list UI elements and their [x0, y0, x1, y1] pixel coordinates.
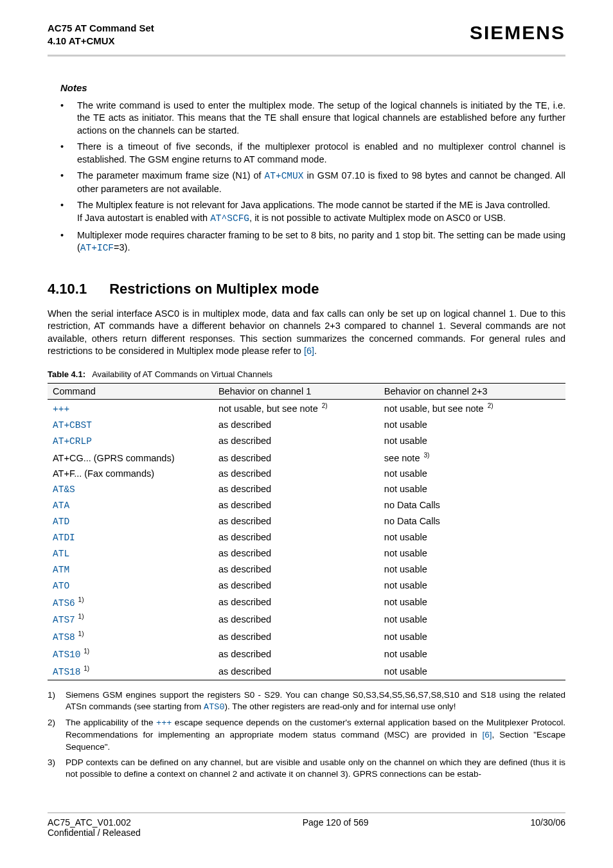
header-title-block: AC75 AT Command Set 4.10 AT+CMUX: [48, 22, 154, 48]
cell-command: AT&S: [48, 481, 213, 497]
section-heading: 4.10.1 Restrictions on Multiplex mode: [48, 281, 565, 297]
cell-channel1: not usable, but see note 2): [213, 399, 379, 416]
table-row: ATDas describedno Data Calls: [48, 513, 565, 529]
table-row: AT+CRLPas describednot usable: [48, 433, 565, 449]
table-row: +++not usable, but see note 2)not usable…: [48, 399, 565, 416]
cell-channel23: not usable: [379, 562, 565, 578]
col-header-command: Command: [48, 383, 213, 399]
table-row: ATDIas describednot usable: [48, 529, 565, 545]
footnote-item: 1)Siemens GSM engines support the regist…: [48, 689, 565, 713]
cell-channel23: not usable: [379, 466, 565, 481]
cell-command: +++: [48, 399, 213, 416]
footnote-item: 2)The applicability of the +++ escape se…: [48, 717, 565, 753]
footer-divider: [48, 812, 565, 813]
cell-channel23: not usable: [379, 578, 565, 594]
footnote-number: 1): [48, 689, 55, 701]
table-row: ATS6 1)as describednot usable: [48, 594, 565, 611]
cell-channel23: no Data Calls: [379, 513, 565, 529]
note-item: Multiplexer mode requires character fram…: [48, 229, 565, 255]
col-header-channel23: Behavior on channel 2+3: [379, 383, 565, 399]
table-row: ATOas describednot usable: [48, 578, 565, 594]
note-item: The parameter maximum frame size (N1) of…: [48, 170, 565, 195]
footnote-item: 3)PDP contexts can be defined on any cha…: [48, 757, 565, 780]
cell-channel1: as described: [213, 562, 379, 578]
cell-command: ATS8 1): [48, 628, 213, 645]
cell-channel23: see note 3): [379, 449, 565, 466]
cell-channel23: not usable, but see note 2): [379, 399, 565, 416]
footnotes-list: 1)Siemens GSM engines support the regist…: [48, 689, 565, 781]
cell-command: AT+CG... (GPRS commands): [48, 449, 213, 466]
note-item: There is a timeout of five seconds, if t…: [48, 141, 565, 166]
cell-channel23: not usable: [379, 662, 565, 680]
cell-command: AT+CRLP: [48, 433, 213, 449]
cell-channel1: as described: [213, 594, 379, 611]
cell-channel1: as described: [213, 628, 379, 645]
cell-command: AT+CBST: [48, 417, 213, 433]
note-item: The Multiplex feature is not relevant fo…: [48, 199, 565, 225]
cell-command: ATM: [48, 562, 213, 578]
cell-channel23: not usable: [379, 594, 565, 611]
table-caption-label: Table 4.1:: [48, 369, 85, 379]
col-header-channel1: Behavior on channel 1: [213, 383, 379, 399]
footnote-number: 3): [48, 757, 55, 768]
table-row: ATS18 1)as describednot usable: [48, 662, 565, 680]
cell-channel1: as described: [213, 513, 379, 529]
footnote-number: 2): [48, 717, 55, 729]
cell-command: ATS7 1): [48, 610, 213, 628]
cell-channel1: as described: [213, 481, 379, 497]
cell-channel1: as described: [213, 433, 379, 449]
cell-channel1: as described: [213, 417, 379, 433]
footer-page-number: Page 120 of 569: [141, 817, 531, 838]
section-number: 4.10.1: [48, 281, 105, 297]
cell-command: ATS10 1): [48, 645, 213, 662]
cell-command: ATS18 1): [48, 662, 213, 680]
cell-channel23: not usable: [379, 545, 565, 562]
cell-channel1: as described: [213, 578, 379, 594]
table-row: AT+CBSTas describednot usable: [48, 417, 565, 433]
cell-channel1: as described: [213, 545, 379, 562]
cell-channel23: not usable: [379, 529, 565, 545]
brand-logo: SIEMENS: [470, 22, 565, 44]
table-row: AT&Sas describednot usable: [48, 481, 565, 497]
cell-channel1: as described: [213, 497, 379, 513]
cell-channel1: as described: [213, 662, 379, 680]
notes-heading: Notes: [60, 82, 565, 93]
note-item: The write command is used to enter the m…: [48, 100, 565, 137]
cell-command: ATDI: [48, 529, 213, 545]
table-row: ATS7 1)as describednot usable: [48, 610, 565, 628]
cell-command: ATO: [48, 578, 213, 594]
cell-command: ATL: [48, 545, 213, 562]
cell-channel23: no Data Calls: [379, 497, 565, 513]
cell-channel1: as described: [213, 610, 379, 628]
cell-channel23: not usable: [379, 433, 565, 449]
cell-channel1: as described: [213, 529, 379, 545]
cell-command: AT+F... (Fax commands): [48, 466, 213, 481]
footer-doc-version: AC75_ATC_V01.002: [48, 817, 131, 828]
intro-paragraph: When the serial interface ASC0 is in mul…: [48, 308, 565, 358]
cell-channel23: not usable: [379, 628, 565, 645]
table-row: AT+F... (Fax commands)as describednot us…: [48, 466, 565, 481]
doc-subtitle: 4.10 AT+CMUX: [48, 35, 154, 48]
cell-command: ATA: [48, 497, 213, 513]
notes-list: The write command is used to enter the m…: [48, 100, 565, 255]
cell-command: ATD: [48, 513, 213, 529]
cell-channel23: not usable: [379, 481, 565, 497]
cell-channel23: not usable: [379, 610, 565, 628]
cell-command: ATS6 1): [48, 594, 213, 611]
section-title: Restrictions on Multiplex mode: [109, 281, 319, 297]
table-caption-text: Availability of AT Commands on Virtual C…: [92, 369, 272, 379]
table-caption: Table 4.1: Availability of AT Commands o…: [48, 369, 565, 379]
footer-date: 10/30/06: [531, 817, 566, 838]
table-row: ATLas describednot usable: [48, 545, 565, 562]
doc-title: AC75 AT Command Set: [48, 22, 154, 35]
commands-table: Command Behavior on channel 1 Behavior o…: [48, 383, 565, 680]
table-row: ATS8 1)as describednot usable: [48, 628, 565, 645]
cell-channel1: as described: [213, 449, 379, 466]
table-row: AT+CG... (GPRS commands)as describedsee …: [48, 449, 565, 466]
table-row: ATMas describednot usable: [48, 562, 565, 578]
header-divider: [48, 55, 565, 57]
cell-channel1: as described: [213, 645, 379, 662]
page-header: AC75 AT Command Set 4.10 AT+CMUX SIEMENS: [48, 22, 565, 48]
cell-channel23: not usable: [379, 417, 565, 433]
cell-channel1: as described: [213, 466, 379, 481]
